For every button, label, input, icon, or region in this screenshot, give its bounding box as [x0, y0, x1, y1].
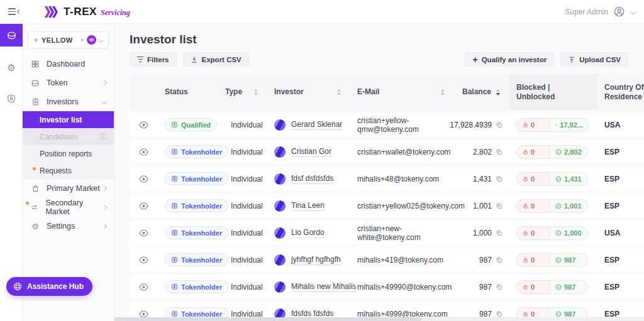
- brand-name: T-REX: [64, 6, 97, 18]
- column-header-balance[interactable]: Balance: [453, 74, 509, 110]
- sort-icon[interactable]: [440, 88, 446, 97]
- sidebar-item-investors[interactable]: Investors: [23, 92, 114, 111]
- investor-name-link[interactable]: Mihalis new Mihalis: [291, 282, 356, 292]
- rail-admin-item[interactable]: [0, 88, 23, 109]
- investor-type: Individual: [231, 229, 263, 237]
- sort-icon[interactable]: [253, 88, 259, 97]
- investor-name-link[interactable]: Gerard Sklenar: [291, 120, 342, 130]
- sidebar-item-requests[interactable]: Requests: [23, 162, 114, 179]
- app-logo[interactable]: T-REX Servicing: [45, 6, 130, 18]
- badge-icon: [171, 175, 178, 182]
- sidebar-item-label: Position reports: [40, 150, 92, 158]
- sidebar-collapse-icon[interactable]: [8, 8, 21, 15]
- rail-token-item[interactable]: [0, 24, 23, 46]
- copy-icon[interactable]: [496, 283, 502, 291]
- token-selector[interactable]: ❖ YELLOW: [28, 31, 109, 48]
- country-of-residence: ESP: [597, 275, 644, 298]
- check-circle-icon: [555, 203, 562, 209]
- qualify-investor-button[interactable]: + Qualify an investor: [465, 52, 554, 67]
- country-of-residence: ESP: [597, 194, 644, 217]
- balance-value: 987: [479, 283, 492, 291]
- lock-icon: [523, 257, 528, 263]
- copy-icon[interactable]: [496, 310, 502, 318]
- copy-icon[interactable]: [496, 121, 502, 129]
- unblocked-amount: 17,92...: [549, 118, 589, 132]
- eye-icon: [139, 256, 148, 264]
- unblocked-amount: 987: [549, 253, 588, 267]
- view-investor-button[interactable]: [139, 229, 148, 237]
- sidebar-item-investor-list[interactable]: Investor list: [23, 111, 114, 128]
- rail-settings-item[interactable]: ⚙: [0, 57, 23, 78]
- eye-icon: [139, 121, 148, 129]
- sidebar-item-dashboard[interactable]: Dashboard: [23, 55, 114, 73]
- investor-name-link[interactable]: jyhfhgf hgfhgfh: [291, 255, 341, 265]
- sidebar-item-primary-market[interactable]: Primary Market: [23, 179, 114, 198]
- chevron-down-icon: [99, 37, 104, 42]
- view-investor-button[interactable]: [139, 148, 148, 156]
- blocked-amount: 0: [516, 172, 549, 186]
- dashboard-icon: [30, 60, 40, 68]
- eye-icon: [139, 175, 148, 183]
- column-header-email[interactable]: E-Mail: [350, 74, 453, 110]
- copy-icon[interactable]: [496, 148, 502, 156]
- view-investor-button[interactable]: [139, 202, 148, 210]
- blocked-amount: 0: [516, 145, 549, 159]
- copy-icon[interactable]: [496, 229, 502, 237]
- info-icon[interactable]: ⓘ: [99, 132, 106, 141]
- sidebar-item-label: Secondary Market: [45, 199, 103, 216]
- view-investor-button[interactable]: [139, 121, 148, 129]
- filter-icon: [137, 57, 143, 63]
- column-header-investor[interactable]: Investor: [267, 74, 350, 110]
- view-investor-button[interactable]: [139, 175, 148, 183]
- unblocked-amount: 1,000: [549, 226, 588, 240]
- assistance-hub-label: Assistance Hub: [27, 282, 84, 291]
- avatar: [274, 281, 286, 293]
- check-circle-icon: [555, 257, 562, 263]
- investor-email: cristian+yellow025@tokeny.com: [350, 194, 453, 217]
- trex-logo-icon: [45, 6, 60, 18]
- badge-icon: [171, 121, 178, 128]
- sidebar-item-settings[interactable]: ⚙ Settings: [23, 217, 114, 236]
- eye-icon: [139, 229, 148, 237]
- scrollbar-thumb[interactable]: [114, 317, 421, 321]
- settings-gear-icon: ⚙: [30, 222, 40, 231]
- view-investor-button[interactable]: [139, 256, 148, 264]
- balance-value: 987: [479, 256, 492, 264]
- copy-icon[interactable]: [496, 256, 502, 264]
- token-selector-label: YELLOW: [42, 36, 72, 44]
- token-icon: [30, 79, 40, 87]
- sidebar-item-label: Investors: [47, 97, 79, 106]
- lock-icon: [523, 230, 528, 236]
- globe-icon: [13, 281, 23, 291]
- upload-csv-button[interactable]: Upload CSV: [560, 52, 628, 67]
- unblocked-amount: 2,802: [549, 145, 588, 159]
- horizontal-scrollbar[interactable]: [114, 317, 644, 321]
- sort-icon-active[interactable]: [495, 88, 501, 97]
- lock-icon: [523, 122, 528, 128]
- table-row: Tokenholder Individual Mihalis new Mihal…: [130, 275, 644, 298]
- status-badge: Qualified: [165, 118, 217, 131]
- copy-icon[interactable]: [496, 202, 502, 210]
- column-header-type[interactable]: Type: [218, 74, 267, 110]
- export-csv-button[interactable]: Export CSV: [183, 52, 249, 67]
- sidebar-item-secondary-market[interactable]: Secondary Market: [23, 198, 114, 217]
- filters-button[interactable]: Filters: [130, 52, 177, 67]
- investor-name-link[interactable]: Cristian Gor: [291, 147, 331, 157]
- table-row: Qualified Individual Gerard Sklenar cris…: [130, 113, 644, 136]
- sidebar-item-candidates[interactable]: Candidates ⓘ: [23, 128, 114, 145]
- sidebar-item-token[interactable]: Token: [23, 73, 114, 92]
- sort-icon[interactable]: [336, 88, 342, 97]
- unblocked-amount: 1,001: [549, 199, 588, 213]
- copy-icon[interactable]: [496, 175, 502, 183]
- view-investor-button[interactable]: [139, 310, 148, 318]
- check-circle-icon: [555, 230, 562, 236]
- sidebar-item-label: Primary Market: [47, 184, 100, 193]
- investor-name-link[interactable]: Lio Gordo: [291, 228, 325, 238]
- sidebar-item-position-reports[interactable]: Position reports: [23, 145, 114, 162]
- user-menu[interactable]: Super Admin: [565, 6, 635, 18]
- shield-user-icon: [6, 94, 16, 104]
- investor-name-link[interactable]: Tina Leen: [291, 201, 325, 211]
- assistance-hub-button[interactable]: Assistance Hub: [6, 277, 92, 296]
- view-investor-button[interactable]: [139, 283, 148, 291]
- investor-name-link[interactable]: fdsf dsfdsfds: [291, 174, 333, 184]
